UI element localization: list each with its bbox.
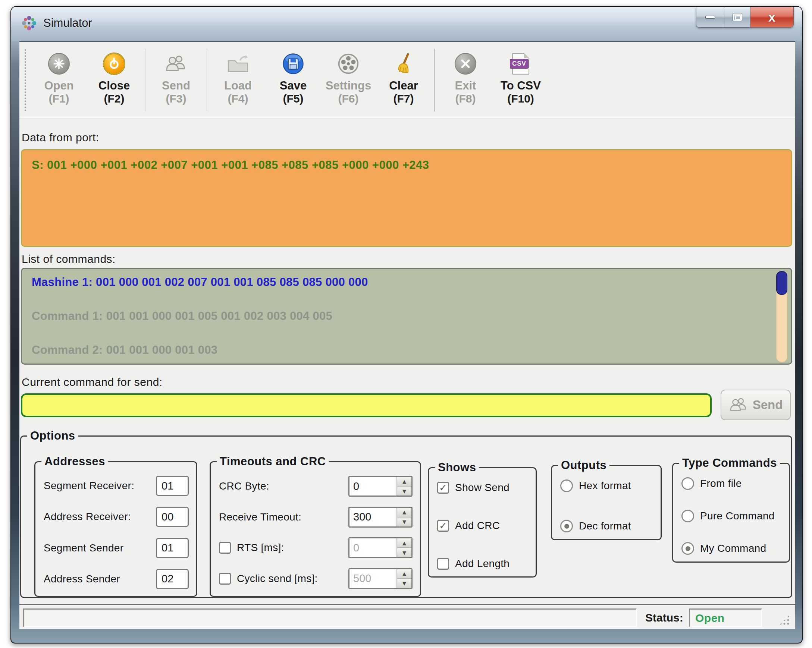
toolbar-separator bbox=[434, 49, 435, 111]
options-group-title: Options bbox=[27, 429, 78, 442]
status-bar: Status: Open bbox=[19, 604, 795, 630]
cyclic-send-spinner[interactable]: ▲ ▼ bbox=[348, 568, 412, 589]
minimize-button[interactable] bbox=[696, 7, 724, 27]
power-icon bbox=[102, 52, 126, 75]
show-send-checkbox[interactable] bbox=[437, 482, 449, 494]
command-list: Mashine 1: 001 000 001 002 007 001 001 0… bbox=[21, 268, 792, 364]
application-window: Simulator x bbox=[11, 6, 803, 643]
toolbar-button-close[interactable]: Close (F2) bbox=[87, 46, 142, 114]
command-list-item[interactable]: Command 2: 001 001 000 001 003 bbox=[32, 343, 781, 357]
type-commands-group: Type Commands From file Pure Command My … bbox=[672, 463, 790, 563]
toolbar-separator bbox=[145, 49, 145, 111]
people-icon bbox=[165, 52, 188, 75]
minimize-icon bbox=[705, 16, 715, 19]
toolbar-button-clear[interactable]: Clear (F7) bbox=[376, 46, 431, 114]
toolbar-button-settings[interactable]: Settings (F6) bbox=[321, 46, 376, 114]
segment-receiver-input[interactable] bbox=[156, 476, 189, 496]
toolbar-drag-handle[interactable] bbox=[24, 49, 26, 111]
film-reel-icon bbox=[337, 52, 360, 75]
shows-group: Shows Show Send Add CRC Add Length bbox=[428, 467, 537, 578]
command-list-item[interactable]: Mashine 1: 001 000 001 002 007 001 001 0… bbox=[32, 276, 781, 289]
pure-command-radio[interactable] bbox=[681, 510, 694, 522]
status-label: Status: bbox=[645, 611, 683, 624]
current-command-input[interactable] bbox=[21, 393, 712, 417]
data-from-port-label: Data from port: bbox=[21, 131, 99, 144]
floppy-disk-icon bbox=[282, 52, 305, 75]
toolbar-button-save[interactable]: Save (F5) bbox=[266, 46, 321, 114]
addresses-group: Addresses Segment Receiver: Address Rece… bbox=[34, 461, 197, 597]
received-data-line: S: 001 +000 +001 +002 +007 +001 +001 +08… bbox=[32, 159, 781, 172]
dec-format-radio[interactable] bbox=[560, 520, 573, 532]
toolbar-button-to-csv[interactable]: CSV To CSV (F10) bbox=[493, 46, 548, 114]
toolbar-button-exit[interactable]: Exit (F8) bbox=[438, 46, 493, 114]
command-list-scrollbar[interactable] bbox=[776, 271, 788, 362]
current-command-label: Current command for send: bbox=[21, 376, 163, 389]
command-list-item[interactable]: Command 1: 001 001 000 001 005 001 002 0… bbox=[32, 310, 781, 323]
resize-grip[interactable] bbox=[779, 614, 790, 626]
segment-sender-input[interactable] bbox=[156, 538, 189, 558]
broom-icon bbox=[392, 52, 415, 75]
x-circle-icon bbox=[454, 52, 477, 75]
timeouts-crc-group: Timeouts and CRC CRC Byte: ▲ ▼ bbox=[210, 461, 421, 597]
crc-byte-spinner[interactable]: ▲ ▼ bbox=[348, 476, 412, 497]
client-area: Open (F1) Close (F2) bbox=[19, 41, 795, 629]
spin-down-button[interactable]: ▼ bbox=[397, 486, 411, 496]
status-message-panel bbox=[23, 608, 637, 627]
add-crc-checkbox[interactable] bbox=[437, 520, 449, 532]
toolbar: Open (F1) Close (F2) bbox=[19, 42, 795, 119]
rts-spinner[interactable]: ▲ ▼ bbox=[348, 537, 412, 558]
asterisk-circle-icon bbox=[47, 52, 70, 75]
my-command-radio[interactable] bbox=[681, 542, 694, 555]
scrollbar-thumb[interactable] bbox=[776, 271, 788, 295]
spin-up-button[interactable]: ▲ bbox=[397, 508, 411, 517]
toolbar-button-send[interactable]: Send (F3) bbox=[148, 46, 204, 114]
status-value: Open bbox=[695, 612, 725, 625]
hex-format-radio[interactable] bbox=[560, 479, 573, 492]
list-of-commands-label: List of commands: bbox=[21, 253, 116, 265]
maximize-button[interactable] bbox=[724, 7, 750, 27]
spin-down-button[interactable]: ▼ bbox=[397, 578, 411, 588]
spin-up-button[interactable]: ▲ bbox=[397, 569, 411, 578]
spin-up-button[interactable]: ▲ bbox=[397, 477, 411, 486]
spin-up-button[interactable]: ▲ bbox=[397, 538, 411, 547]
spin-down-button[interactable]: ▼ bbox=[397, 547, 411, 557]
close-icon: x bbox=[768, 11, 775, 23]
caption-buttons: x bbox=[696, 7, 794, 27]
spin-down-button[interactable]: ▼ bbox=[397, 517, 411, 526]
csv-file-icon: CSV bbox=[509, 52, 532, 75]
receive-timeout-spinner[interactable]: ▲ ▼ bbox=[348, 507, 412, 528]
cyclic-send-checkbox[interactable] bbox=[219, 573, 231, 585]
toolbar-button-load[interactable]: Load (F4) bbox=[211, 46, 266, 114]
toolbar-button-open[interactable]: Open (F1) bbox=[31, 46, 87, 114]
address-sender-input[interactable] bbox=[156, 569, 189, 589]
rts-checkbox[interactable] bbox=[219, 542, 231, 553]
status-value-panel: Open bbox=[689, 608, 762, 627]
maximize-icon bbox=[733, 14, 742, 21]
add-length-checkbox[interactable] bbox=[437, 558, 449, 570]
title-bar[interactable]: Simulator x bbox=[11, 7, 802, 41]
options-group: Options Addresses Segment Receiver: Addr… bbox=[20, 436, 792, 598]
send-button[interactable]: Send bbox=[720, 390, 791, 420]
window-title: Simulator bbox=[43, 17, 92, 30]
outputs-group: Outputs Hex format Dec format bbox=[551, 465, 662, 540]
folder-open-icon bbox=[226, 52, 250, 75]
address-receiver-input[interactable] bbox=[156, 507, 189, 527]
people-icon bbox=[729, 398, 748, 412]
app-icon bbox=[21, 15, 37, 31]
close-window-button[interactable]: x bbox=[750, 7, 793, 27]
data-from-port-box[interactable]: S: 001 +000 +001 +002 +007 +001 +001 +08… bbox=[21, 149, 792, 247]
toolbar-separator bbox=[207, 49, 208, 111]
from-file-radio[interactable] bbox=[681, 477, 694, 490]
